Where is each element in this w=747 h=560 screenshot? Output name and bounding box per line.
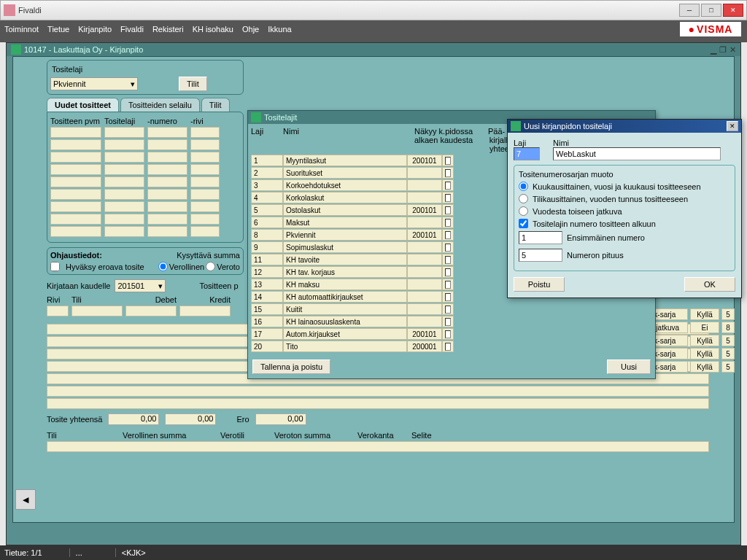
- tab-tositteiden-selailu[interactable]: Tositteiden selailu: [120, 98, 200, 112]
- radio2-label: Tilikausittainen, vuoden tunnus tosittee…: [533, 195, 688, 203]
- hyvaksy-eroava-checkbox[interactable]: [50, 262, 60, 271]
- kausi-value: 201501: [117, 281, 144, 290]
- radio-vuodesta[interactable]: [519, 206, 528, 216]
- menu-kirjanpito[interactable]: Kirjanpito: [78, 25, 112, 34]
- col2-kredit: Kredit: [179, 295, 231, 304]
- veroton-label: Veroto: [217, 262, 240, 271]
- tositelaji-combo[interactable]: Pkviennit ▾: [50, 77, 138, 90]
- laji-input[interactable]: [514, 147, 540, 160]
- status-tietue: Tietue: 1/1: [4, 548, 42, 557]
- radio-kuukausittainen[interactable]: [519, 182, 528, 191]
- window-titlebar: Fivaldi ─ □ ✕: [0, 0, 747, 20]
- side-cell: Kyllä: [690, 308, 719, 320]
- modal-title-text: Tositelajit: [264, 113, 297, 122]
- th-nakyy: Näkyy k.pidossa alkaen kaudesta: [407, 127, 480, 153]
- side-cell: Kyllä: [690, 361, 719, 373]
- side-cell: 5: [721, 335, 735, 346]
- table-row[interactable]: 17Autom.kirjaukset200101: [251, 328, 652, 340]
- menu-kh-isohaku[interactable]: KH isohaku: [193, 25, 233, 34]
- col-tositelaji: Tositelaji: [104, 117, 144, 125]
- minimize-button[interactable]: ─: [679, 4, 700, 17]
- close-button[interactable]: ✕: [723, 4, 743, 17]
- poistu-button[interactable]: Poistu: [514, 277, 565, 292]
- th-nimi: Nimi: [283, 127, 407, 153]
- nimi-input[interactable]: [553, 147, 721, 160]
- menu-rekisteri[interactable]: Rekisteri: [152, 25, 184, 34]
- side-cell: Ei: [690, 322, 719, 333]
- visma-logo: VISMA: [680, 22, 741, 36]
- verollinen-label: Verollinen: [169, 262, 204, 271]
- child-close-icon[interactable]: ✕: [729, 45, 736, 55]
- maximize-button[interactable]: □: [701, 4, 721, 17]
- bh-verotili: Verotili: [220, 431, 271, 440]
- menu-toiminnot[interactable]: Toiminnot: [4, 25, 39, 34]
- dialog-title: Uusi kirjanpidon tositelaji: [524, 122, 612, 131]
- app-icon: [4, 4, 15, 16]
- radio-tilikausittainen[interactable]: [519, 194, 528, 203]
- tab-uudet-tositteet[interactable]: Uudet tositteet: [47, 98, 119, 112]
- bh-veroton: Veroton summa: [274, 431, 355, 440]
- side-cell: Kyllä: [690, 335, 719, 346]
- bh-tili: Tili: [47, 431, 120, 440]
- uusi-tositelaji-dialog: Uusi kirjanpidon tositelaji ✕ Laji Nimi …: [507, 119, 742, 298]
- bh-verollinen: Verollinen summa: [123, 431, 217, 440]
- child-window: 10147 - Laskuttaja Oy - Kirjanpito ▁ ❐ ✕…: [6, 42, 741, 545]
- dialog-icon: [511, 121, 521, 131]
- ensimmainen-numero-input[interactable]: [519, 231, 562, 244]
- table-row[interactable]: 15Kuitit: [251, 303, 652, 315]
- col-rivi: -rivi: [190, 117, 220, 125]
- sum2: 0,00: [165, 413, 216, 425]
- menubar: Toiminnot Tietue Kirjanpito Fivaldi Reki…: [0, 20, 747, 38]
- side-cell: Kyllä: [690, 348, 719, 359]
- uusi-button[interactable]: Uusi: [607, 359, 651, 374]
- kirjataan-label: Kirjataan kaudelle: [47, 281, 110, 290]
- child-min-icon[interactable]: ▁: [711, 45, 716, 55]
- tab-tilit[interactable]: Tilit: [201, 98, 230, 112]
- nimi-label: Nimi: [553, 139, 735, 147]
- chevron-down-icon: ▾: [131, 79, 135, 89]
- table-row[interactable]: 20Tito200001: [251, 341, 652, 352]
- child-max-icon[interactable]: ❐: [719, 45, 727, 55]
- col2-rivi: Rivi: [47, 295, 69, 304]
- dialog-close-button[interactable]: ✕: [727, 121, 738, 131]
- ero-value: 0,00: [255, 413, 306, 425]
- col-tositteen-pvm: Tositteen pvm: [50, 117, 101, 125]
- tallenna-poistu-button[interactable]: Tallenna ja poistu: [252, 359, 330, 374]
- menu-fivaldi[interactable]: Fivaldi: [120, 25, 144, 34]
- kysyttava-summa-label: Kysyttävä summa: [177, 251, 240, 260]
- ok-button[interactable]: OK: [684, 277, 735, 292]
- group-title: Tositenumerosarjan muoto: [519, 170, 730, 179]
- table-row[interactable]: 16KH lainaosuuslaskenta: [251, 316, 652, 327]
- sum1: 0,00: [108, 413, 159, 425]
- numeron-pituus-input[interactable]: [519, 249, 562, 262]
- chk-label: Tositelajin numero tositteen alkuun: [533, 219, 656, 228]
- ensimmainen-numero-label: Ensimmäinen numero: [567, 233, 645, 242]
- kausi-combo[interactable]: 201501 ▾: [115, 279, 166, 292]
- col2-debet: Debet: [125, 295, 177, 304]
- side-cell: 5: [721, 361, 735, 373]
- menu-ohje[interactable]: Ohje: [242, 25, 259, 34]
- tosite-yhteensa-label: Tosite yhteensä: [47, 415, 102, 424]
- speaker-icon[interactable]: ◀: [15, 489, 36, 510]
- veroton-radio[interactable]: [206, 262, 215, 271]
- side-cell: 5: [721, 308, 735, 320]
- bh-selite: Selite: [411, 431, 470, 440]
- menu-ikkuna[interactable]: Ikkuna: [268, 25, 291, 34]
- tositelaji-combo-value: Pkviennit: [53, 79, 86, 88]
- status-bar: Tietue: 1/1 ... <KJK>: [0, 545, 747, 560]
- tositelaji-label: Tositelaji: [52, 65, 240, 74]
- window-title: Fivaldi: [18, 6, 679, 15]
- laji-label: Laji: [514, 139, 549, 147]
- menu-tietue[interactable]: Tietue: [47, 25, 69, 34]
- child-window-titlebar: 10147 - Laskuttaja Oy - Kirjanpito ▁ ❐ ✕: [7, 43, 740, 56]
- status-user: <KJK>: [115, 548, 152, 557]
- bh-verokanta: Verokanta: [357, 431, 409, 440]
- side-cell: 8: [721, 322, 735, 333]
- tositelajin-numero-checkbox[interactable]: [519, 219, 528, 228]
- radio3-label: Vuodesta toiseen jatkuva: [533, 207, 622, 216]
- tilit-button[interactable]: Tilit: [179, 77, 207, 91]
- ero-label: Ero: [236, 415, 249, 424]
- verollinen-radio[interactable]: [158, 262, 168, 271]
- col-numero: -numero: [147, 117, 187, 125]
- modal-icon: [251, 112, 261, 122]
